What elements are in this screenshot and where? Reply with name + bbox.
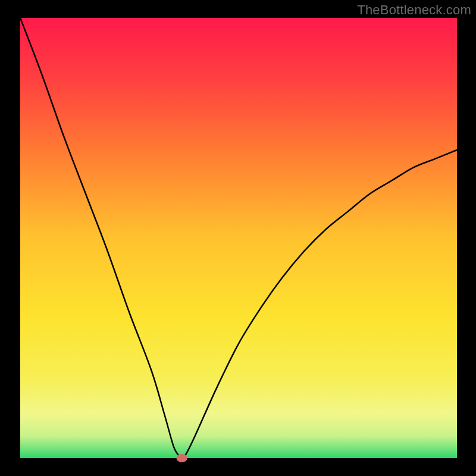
watermark-text: TheBottleneck.com (357, 2, 471, 18)
plot-background (20, 18, 457, 458)
chart-frame: TheBottleneck.com (0, 0, 476, 476)
bottleneck-chart (0, 0, 476, 476)
optimum-marker (176, 454, 187, 462)
